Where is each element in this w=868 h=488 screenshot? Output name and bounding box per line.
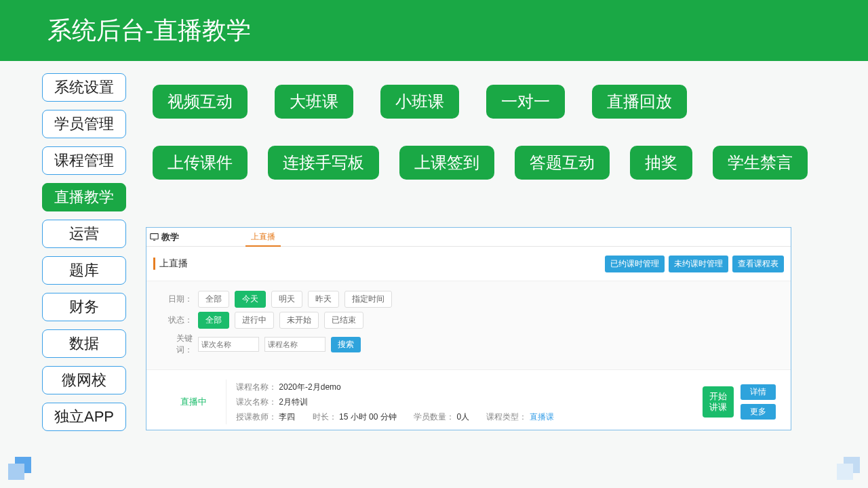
pill-live-replay[interactable]: 直播回放 <box>592 85 687 119</box>
pill-one-on-one[interactable]: 一对一 <box>486 85 565 119</box>
panel-tab-upcoming-live[interactable]: 上直播 <box>245 228 281 247</box>
kw-course-input[interactable] <box>264 337 326 352</box>
feature-pills: 视频互动 大班课 小班课 一对一 直播回放 上传课件 连接手写板 上课签到 答题… <box>153 85 808 207</box>
teaching-icon <box>149 232 159 242</box>
sidebar: 系统设置 学员管理 课程管理 直播教学 运营 题库 财务 数据 微网校 独立AP… <box>42 73 126 431</box>
students-label: 学员数量： <box>414 412 454 422</box>
deco-squares-icon <box>8 457 31 480</box>
live-panel: 教学 上直播 上直播 已约课时管理 未约课时管理 查看课程表 日期： 全部 今天… <box>146 227 791 430</box>
details-button[interactable]: 详情 <box>741 384 776 400</box>
pill-connect-tablet[interactable]: 连接手写板 <box>268 146 379 180</box>
sidebar-item-micro-school[interactable]: 微网校 <box>42 366 126 394</box>
section-title: 上直播 <box>153 258 188 270</box>
pill-video-interaction[interactable]: 视频互动 <box>153 85 248 119</box>
sidebar-item-student-mgmt[interactable]: 学员管理 <box>42 110 126 138</box>
search-button[interactable]: 搜索 <box>331 337 361 352</box>
pill-small-class[interactable]: 小班课 <box>380 85 459 119</box>
students-value: 0人 <box>456 412 469 422</box>
date-custom[interactable]: 指定时间 <box>344 291 392 308</box>
pill-checkin[interactable]: 上课签到 <box>399 146 494 180</box>
teacher-label: 授课教师： <box>236 412 277 422</box>
pill-mute-student[interactable]: 学生禁言 <box>713 146 808 180</box>
pill-upload-courseware[interactable]: 上传课件 <box>153 146 248 180</box>
status-ended[interactable]: 已结束 <box>324 312 363 329</box>
course-name-label: 课程名称： <box>236 382 277 392</box>
kw-label: 关键词： <box>161 333 193 356</box>
course-name: 2020年-2月demo <box>279 382 340 392</box>
panel-tabs: 教学 上直播 <box>146 228 791 247</box>
date-tomorrow[interactable]: 明天 <box>271 291 302 308</box>
btn-view-schedule[interactable]: 查看课程表 <box>732 256 784 272</box>
sidebar-item-operations[interactable]: 运营 <box>42 220 126 248</box>
svg-rect-0 <box>150 234 157 239</box>
page-header: 系统后台-直播教学 <box>0 0 868 61</box>
sidebar-item-app[interactable]: 独立APP <box>42 403 126 431</box>
duration-label: 时长： <box>313 412 337 422</box>
date-yesterday[interactable]: 昨天 <box>308 291 339 308</box>
session-name: 2月特训 <box>279 397 308 407</box>
start-teaching-button[interactable]: 开始 讲课 <box>703 386 734 418</box>
live-badge: 直播中 <box>161 380 226 424</box>
kw-session-input[interactable] <box>198 337 259 352</box>
sidebar-item-question-bank[interactable]: 题库 <box>42 256 126 285</box>
btn-unbooked-mgmt[interactable]: 未约课时管理 <box>669 256 728 272</box>
status-all[interactable]: 全部 <box>198 312 229 329</box>
status-label: 状态： <box>161 314 193 326</box>
teacher-name: 李四 <box>279 412 295 422</box>
page-title: 系统后台-直播教学 <box>47 14 251 47</box>
sidebar-item-course-mgmt[interactable]: 课程管理 <box>42 146 126 175</box>
status-notstarted[interactable]: 未开始 <box>279 312 319 329</box>
date-today[interactable]: 今天 <box>235 291 266 308</box>
course-row: 直播中 课程名称： 2020年-2月demo 课次名称： 2月特训 授课教师： … <box>146 370 791 434</box>
coursetype-value[interactable]: 直播课 <box>530 412 554 422</box>
filter-block: 日期： 全部 今天 明天 昨天 指定时间 状态： 全部 进行中 未开始 已结束 … <box>146 281 791 370</box>
date-label: 日期： <box>161 293 193 305</box>
deco-squares-icon <box>837 457 860 480</box>
sidebar-item-live-teaching[interactable]: 直播教学 <box>42 183 126 211</box>
coursetype-label: 课程类型： <box>486 412 527 422</box>
panel-tab-teaching[interactable]: 教学 <box>159 231 184 243</box>
date-all[interactable]: 全部 <box>198 291 229 308</box>
session-name-label: 课次名称： <box>236 397 277 407</box>
sidebar-item-system-settings[interactable]: 系统设置 <box>42 73 126 102</box>
course-info: 课程名称： 2020年-2月demo 课次名称： 2月特训 授课教师： 李四 时… <box>226 380 703 424</box>
sidebar-item-finance[interactable]: 财务 <box>42 293 126 321</box>
more-button[interactable]: 更多 <box>741 404 776 420</box>
btn-booked-mgmt[interactable]: 已约课时管理 <box>605 256 665 272</box>
duration-value: 15 小时 00 分钟 <box>339 412 397 422</box>
pill-lottery[interactable]: 抽奖 <box>630 146 692 180</box>
pill-large-class[interactable]: 大班课 <box>275 85 353 119</box>
status-ongoing[interactable]: 进行中 <box>235 312 274 329</box>
sidebar-item-data[interactable]: 数据 <box>42 329 126 358</box>
pill-answer-interaction[interactable]: 答题互动 <box>515 146 610 180</box>
